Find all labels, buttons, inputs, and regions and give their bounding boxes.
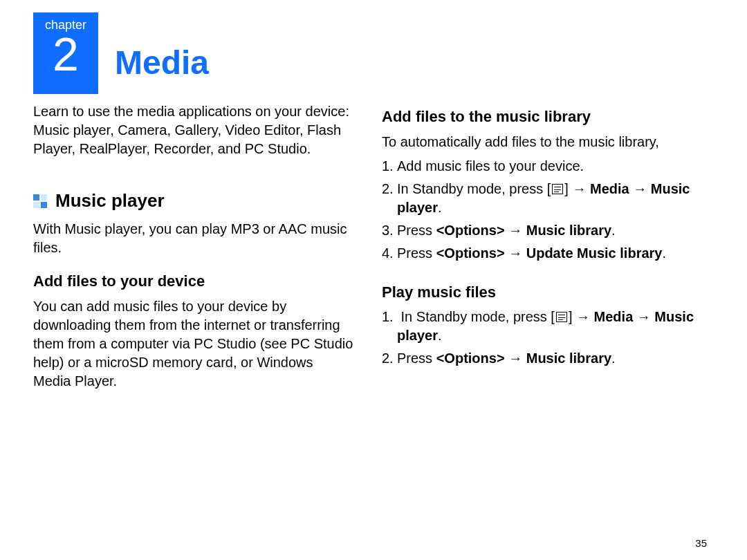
chapter-title: Media [115, 41, 209, 86]
sub3-step-2: 2.Press <Options> → Music library. [382, 349, 703, 368]
chapter-badge: chapter 2 [33, 12, 98, 94]
menu-key-icon [552, 184, 563, 194]
section-heading-music-player: Music player [33, 189, 354, 213]
section-title: Music player [55, 189, 165, 213]
sub3-step-1: 1. In Standby mode, press [] → Media → M… [382, 308, 703, 345]
sub2-step-2: 2.In Standby mode, press [] → Media → Mu… [382, 180, 703, 217]
subhead-add-files-library: Add files to the music library [382, 106, 703, 127]
intro-paragraph: Learn to use the media applications on y… [33, 102, 354, 158]
sub2-intro: To automatically add files to the music … [382, 133, 703, 151]
left-column: Learn to use the media applications on y… [33, 102, 354, 403]
page-content: chapter 2 Media Learn to use the media a… [0, 0, 747, 424]
sub2-step-4: 4.Press <Options> → Update Music library… [382, 244, 703, 263]
squares-icon [33, 194, 47, 208]
section-description: With Music player, you can play MP3 or A… [33, 220, 354, 257]
sub1-body: You can add music files to your device b… [33, 297, 354, 391]
subhead-add-files-device: Add files to your device [33, 271, 354, 292]
chapter-header: chapter 2 Media [33, 12, 712, 94]
menu-key-icon [556, 312, 567, 322]
body-columns: Learn to use the media applications on y… [33, 102, 712, 403]
subhead-play-music: Play music files [382, 282, 703, 303]
right-column: Add files to the music library To automa… [382, 102, 703, 403]
sub2-step-3: 3.Press <Options> → Music library. [382, 221, 703, 240]
page-number: 35 [695, 536, 707, 550]
chapter-number: 2 [53, 30, 79, 77]
sub2-step-1: 1.Add music files to your device. [382, 157, 703, 176]
